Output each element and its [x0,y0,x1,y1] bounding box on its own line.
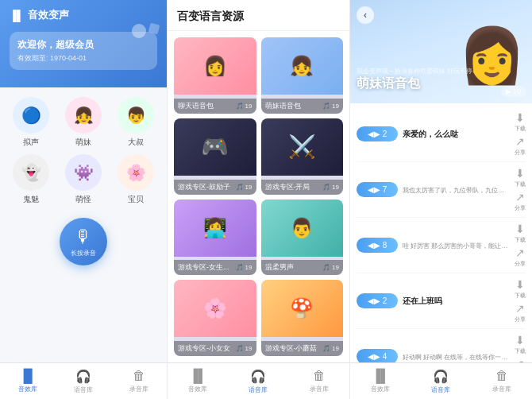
right-nav-sound[interactable]: ▐▌ 音效库 [350,363,411,399]
list-item[interactable]: 👧 萌妹语音包 🎵 19 [261,37,344,114]
download-btn-3[interactable]: ⬇ 下载 [515,278,526,300]
share-label-3: 分享 [515,316,526,323]
download-btn-0[interactable]: ⬇ 下载 [515,111,526,133]
wave-num-2: 8 [383,241,387,250]
decorative-shapes [132,24,159,38]
right-nav-headphone-label: 语音库 [431,385,450,394]
share-label-1: 分享 [515,204,526,212]
mid-nav-record-label: 录音库 [310,385,329,393]
left-bottom-nav: ▐▌ 音效库 🎧 语音库 🗑 录音库 [0,362,167,399]
list-item[interactable]: 👨 温柔男声 🎵 19 [261,200,344,276]
left-panel: ▐▌ 音效变声 欢迎你，超级会员 有效期至: 1970-04-01 🔵 拟声 👧… [0,0,167,399]
icon-daren[interactable]: 👦 大叔 [113,97,159,148]
play-wave-btn-4[interactable]: ◀▶ 4 [357,349,398,362]
list-item[interactable]: ◀▶ 4 好动啊 好动啊 在线等，在线等你一个抱抱 ⬇ 下载 ↗ 分享 [357,329,526,362]
card-bg-4: 👩‍💻 [174,200,256,257]
left-header: ▐▌ 音效变声 欢迎你，超级会员 有效期至: 1970-04-01 [0,0,167,87]
share-icon-1: ↗ [515,191,525,203]
list-item[interactable]: 🌸 游戏专区-小女女 🎵 19 [174,280,256,356]
welcome-box[interactable]: 欢迎你，超级会员 有效期至: 1970-04-01 [10,32,157,70]
icon-ghost[interactable]: 👻 鬼魅 [8,154,54,205]
list-item[interactable]: ◀▶ 2 还在上班吗 ⬇ 下载 ↗ 分享 [357,273,526,329]
wave-num-4: 4 [383,352,387,361]
download-label-1: 下载 [515,180,526,188]
back-icon: ‹ [364,10,367,21]
wave-num-3: 2 [383,296,387,305]
voice-item-text-2: 哇 好厉害 那么厉害的小哥哥，能让我小宝贝跟着你吗 [403,241,510,250]
mid-nav-record[interactable]: 🗑 录音库 [289,363,349,399]
app-title: 音效变声 [28,8,69,22]
back-button[interactable]: ‹ [357,6,374,24]
card-name-3: 游戏专区-开局 [265,182,310,192]
voice-item-text-0: 亲爱的，么么哒 [403,129,510,140]
mic-button[interactable]: 🎙 长按录音 [60,218,107,265]
list-item[interactable]: ◀▶ 2 亲爱的，么么哒 ⬇ 下载 ↗ 分享 [357,107,526,162]
bianlian-icon: 🔵 [13,97,49,134]
wave-icon-1: ◀▶ [368,185,380,194]
list-item[interactable]: 🎮 游戏专区-鼓励子 🎵 19 [174,118,256,195]
icon-bianlian[interactable]: 🔵 拟声 [8,97,54,148]
share-btn-2[interactable]: ↗ 分享 [515,246,526,268]
voice-actions-3: ⬇ 下载 ↗ 分享 [515,278,526,323]
left-nav-record[interactable]: 🗑 录音库 [111,363,167,399]
list-item[interactable]: 👩‍💻 游戏专区-女生... 🎵 19 [174,200,256,276]
share-btn-0[interactable]: ↗ 分享 [515,135,526,157]
play-wave-btn-2[interactable]: ◀▶ 8 [357,238,398,253]
download-btn-2[interactable]: ⬇ 下载 [515,223,526,244]
play-wave-btn-0[interactable]: ◀▶ 2 [357,126,398,141]
play-count: 10 [513,87,521,95]
voice-actions-1: ⬇ 下载 ↗ 分享 [515,167,526,212]
icon-monster[interactable]: 👾 萌怪 [60,154,106,205]
mid-cards-grid: 👩 聊天语音包 🎵 19 👧 萌妹语音包 🎵 19 🎮 游戏专区-鼓励子 🎵 1… [168,31,349,362]
left-nav-record-icon: 🗑 [133,369,145,383]
icon-meng[interactable]: 👧 萌妹 [60,97,106,148]
card-count-1: 🎵 19 [322,103,339,110]
list-item[interactable]: ◀▶ 8 哇 好厉害 那么厉害的小哥哥，能让我小宝贝跟着你吗 ⬇ 下载 ↗ 分享 [357,218,526,273]
left-nav-sound-label: 音效库 [18,385,37,393]
meng-icon: 👧 [65,97,102,134]
download-btn-4[interactable]: ⬇ 下载 [515,334,526,355]
download-label-0: 下载 [515,125,526,133]
left-nav-headphone-icon: 🎧 [75,369,91,384]
play-wave-btn-3[interactable]: ◀▶ 2 [357,293,398,308]
mid-nav-headphone-icon: 🎧 [250,369,266,384]
list-item[interactable]: ◀▶ 7 我也太厉害了叭，九位带队，九位带到第九，带到我999999 ⬇ 下载 … [357,162,526,218]
monster-icon: 👾 [65,154,102,191]
mid-nav-headphone[interactable]: 🎧 语音库 [228,363,288,399]
card-count-5: 🎵 19 [322,264,339,271]
icon-baby[interactable]: 🌸 宝贝 [113,154,159,205]
card-name-7: 游戏专区-小蘑菇 [265,343,318,354]
right-nav-record-icon: 🗑 [495,369,508,383]
share-btn-1[interactable]: ↗ 分享 [515,191,526,212]
voice-title-0: 亲爱的，么么哒 [403,129,510,140]
right-bottom-nav: ▐▌ 音效库 🎧 语音库 🗑 录音库 [350,362,532,399]
download-icon-3: ⬇ [515,278,525,291]
voice-sub-4: 好动啊 好动啊 在线等，在线等你一个抱抱 [403,353,510,362]
card-name-0: 聊天语音包 [178,101,214,111]
card-count-7: 🎵 19 [322,345,339,352]
left-nav-record-label: 录音库 [129,385,148,393]
list-item[interactable]: 🍄 游戏专区-小蘑菇 🎵 19 [261,280,344,356]
card-label-5: 温柔男声 🎵 19 [261,260,344,275]
right-nav-headphone[interactable]: 🎧 语音库 [411,363,471,399]
voice-item-text-3: 还在上班吗 [403,296,510,307]
list-item[interactable]: ⚔️ 游戏专区-开局 🎵 19 [261,118,344,195]
left-nav-sound[interactable]: ▐▌ 音效库 [0,363,56,399]
download-btn-1[interactable]: ⬇ 下载 [515,167,526,188]
left-nav-headphone[interactable]: 🎧 语音库 [56,363,111,399]
play-icon: ▶ [506,87,511,95]
mid-nav-headphone-label: 语音库 [249,385,268,394]
share-icon-0: ↗ [515,135,525,148]
mid-bottom-nav: ▐▌ 音效库 🎧 语音库 🗑 录音库 [168,362,349,399]
play-wave-btn-1[interactable]: ◀▶ 7 [357,182,398,197]
right-panel: 👩 ‹ 萌妹语音包 我会变声哦～扮演各种可爱萌妹 好玩不停 ▶ 10 ◀▶ 2 … [349,0,532,399]
hero-play-button[interactable]: ▶ 10 [501,86,526,97]
right-nav-record[interactable]: 🗑 录音库 [472,363,532,399]
share-btn-3[interactable]: ↗ 分享 [515,302,526,323]
download-label-2: 下载 [515,236,526,244]
list-item[interactable]: 👩 聊天语音包 🎵 19 [174,37,256,114]
mid-nav-sound[interactable]: ▐▌ 音效库 [168,363,228,399]
download-label-4: 下载 [515,347,526,355]
ghost-label: 鬼魅 [23,194,39,205]
card-label-0: 聊天语音包 🎵 19 [174,99,256,114]
